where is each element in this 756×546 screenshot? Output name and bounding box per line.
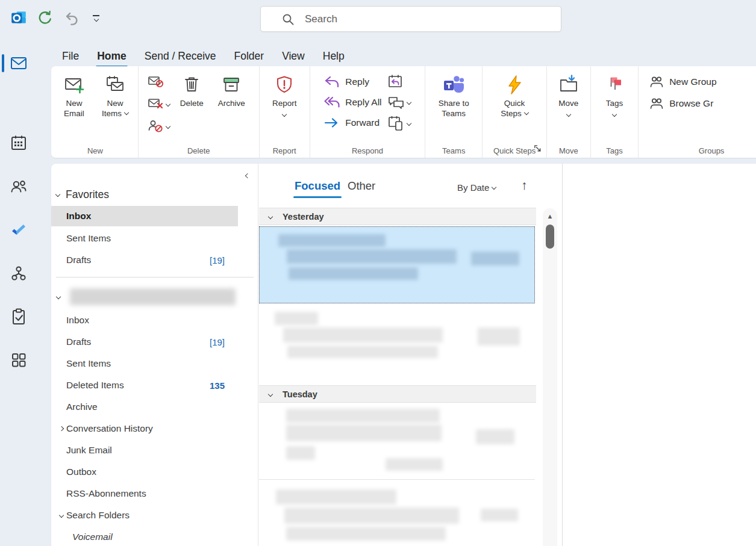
delete-button[interactable]: Delete	[176, 71, 207, 143]
dialog-launcher-icon[interactable]	[534, 144, 542, 155]
report-button[interactable]: Report	[266, 71, 302, 143]
share-to-teams-button[interactable]: Share to Teams	[430, 71, 478, 143]
new-group-button[interactable]: New Group	[649, 73, 716, 90]
group-label-teams: Teams	[425, 146, 482, 155]
new-items-button[interactable]: New Items	[96, 71, 134, 143]
new-group-icon	[649, 75, 664, 88]
folder-voicemail[interactable]: Voicemail	[51, 527, 254, 546]
chevron-down-icon	[59, 513, 64, 518]
apps-icon[interactable]	[10, 351, 28, 369]
account-header[interactable]	[51, 287, 254, 307]
ribbon-group-delete: Delete Archive Delete	[139, 66, 260, 158]
block-sender-icon	[148, 118, 164, 134]
active-module-indicator	[2, 54, 4, 72]
sort-by-dropdown[interactable]: By Date	[457, 182, 496, 193]
new-email-icon	[64, 75, 84, 95]
meeting-reply-button[interactable]	[388, 73, 411, 89]
report-icon	[274, 75, 295, 95]
deleted-count: 135	[210, 380, 225, 391]
sort-direction-icon[interactable]: ↑	[521, 178, 528, 193]
folder-rss-abonnements[interactable]: RSS-Abonnements	[51, 483, 254, 504]
folder-deleted-items[interactable]: Deleted Items 135	[51, 375, 254, 396]
email-item-selected[interactable]	[259, 226, 535, 303]
block-sender-button[interactable]	[148, 118, 170, 134]
undo-icon[interactable]	[63, 9, 81, 27]
tags-icon	[604, 75, 625, 95]
tab-file[interactable]: File	[53, 48, 88, 65]
ignore-button[interactable]	[148, 73, 170, 90]
quick-steps-button[interactable]: Quick Steps	[495, 71, 534, 143]
ribbon-group-report: Report Report	[260, 66, 310, 158]
quick-access-toolbar	[10, 9, 99, 27]
folder-sent-items[interactable]: Sent Items	[51, 353, 254, 374]
teams-icon	[442, 75, 465, 95]
org-chart-icon[interactable]	[10, 264, 28, 282]
chevron-down-icon	[282, 112, 287, 117]
im-icon	[388, 95, 404, 110]
tab-send-receive[interactable]: Send / Receive	[136, 48, 225, 65]
folder-drafts[interactable]: Drafts [19]	[51, 332, 254, 352]
people-icon[interactable]	[10, 177, 28, 195]
todo-icon[interactable]	[10, 221, 28, 239]
tab-view[interactable]: View	[273, 48, 314, 65]
forward-icon	[324, 116, 340, 129]
email-item[interactable]	[259, 481, 535, 546]
collapse-folder-pane-icon[interactable]	[243, 171, 249, 182]
send-receive-sync-icon[interactable]	[36, 9, 54, 27]
tab-other[interactable]: Other	[348, 179, 375, 193]
archive-button[interactable]: Archive	[213, 71, 249, 143]
new-items-icon	[105, 75, 125, 95]
tab-focused[interactable]: Focused	[295, 179, 340, 193]
calendar-icon[interactable]	[10, 134, 28, 152]
tasks-icon[interactable]	[10, 308, 28, 326]
chevron-down-icon	[268, 391, 273, 396]
draft-count: [19]	[210, 337, 225, 347]
scrollbar-thumb[interactable]	[546, 225, 554, 249]
folder-search-folders[interactable]: Search Folders	[51, 505, 254, 526]
more-respond-icon	[388, 116, 404, 131]
more-respond-button[interactable]	[388, 116, 411, 131]
tab-home[interactable]: Home	[88, 48, 136, 65]
tags-button[interactable]: Tags	[599, 71, 629, 143]
app-bar	[0, 37, 37, 546]
tab-help[interactable]: Help	[314, 48, 354, 65]
group-header-tuesday[interactable]: Tuesday	[259, 385, 536, 403]
folder-archive[interactable]: Archive	[51, 397, 254, 417]
customize-toolbar-icon[interactable]	[93, 15, 99, 21]
favorites-header[interactable]: Favorites	[56, 185, 109, 203]
quick-steps-icon	[504, 75, 525, 95]
new-email-button[interactable]: New Email	[57, 71, 92, 143]
scroll-up-icon[interactable]: ▲	[543, 213, 557, 220]
tab-folder[interactable]: Folder	[225, 48, 273, 65]
folder-inbox[interactable]: Inbox	[51, 310, 254, 330]
reply-all-button[interactable]: Reply All	[324, 94, 381, 110]
reply-icon	[324, 75, 340, 88]
ribbon-tabs: File Home Send / Receive Folder View Hel…	[53, 46, 354, 66]
email-item[interactable]	[259, 403, 535, 480]
chevron-right-icon	[59, 426, 64, 431]
folder-favorites-inbox[interactable]: Inbox	[51, 206, 238, 226]
ribbon-group-new: New Email New Items New	[52, 66, 139, 158]
reply-button[interactable]: Reply	[324, 73, 381, 90]
move-button[interactable]: Move	[552, 71, 585, 143]
search-input[interactable]: Search	[260, 6, 561, 32]
forward-button[interactable]: Forward	[324, 114, 381, 131]
group-label-respond: Respond	[310, 146, 425, 155]
group-header-yesterday[interactable]: Yesterday	[259, 208, 536, 225]
folder-junk-email[interactable]: Junk Email	[51, 440, 254, 461]
folder-outbox[interactable]: Outbox	[51, 462, 254, 482]
email-item[interactable]	[259, 303, 535, 385]
scrollbar[interactable]: ▲	[543, 208, 557, 546]
group-label-report: Report	[260, 146, 310, 155]
folder-favorites-sent-items[interactable]: Sent Items	[51, 228, 254, 249]
chevron-down-icon	[268, 214, 273, 219]
chevron-down-icon	[166, 123, 170, 128]
mail-icon[interactable]	[10, 54, 28, 72]
folder-favorites-drafts[interactable]: Drafts [19]	[51, 250, 254, 270]
browse-groups-button[interactable]: Browse Gr	[649, 95, 716, 111]
clean-up-button[interactable]	[148, 96, 170, 112]
folder-conversation-history[interactable]: Conversation History	[51, 418, 254, 439]
chevron-down-icon	[166, 101, 170, 106]
group-label-new: New	[52, 146, 138, 155]
reply-with-im-button[interactable]	[388, 95, 411, 110]
